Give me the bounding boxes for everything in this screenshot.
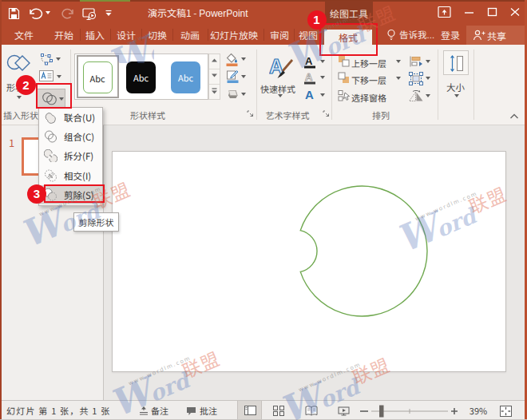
subtracted-circle-shape[interactable] <box>112 151 506 372</box>
close-button[interactable] <box>506 5 524 20</box>
comments-icon[interactable] <box>186 406 196 416</box>
intersect-icon <box>44 169 57 182</box>
share-button[interactable]: 共享 <box>466 26 525 45</box>
wordart-group-label: 艺术字样式 <box>266 109 310 121</box>
send-backward-label[interactable]: 下移一层 <box>351 73 386 86</box>
window-border-left <box>0 0 2 420</box>
arrange-group-label: 排列 <box>372 109 390 121</box>
slideshow-from-start-icon[interactable] <box>82 8 97 21</box>
shape-outline-icon[interactable] <box>226 69 239 83</box>
text-outline-icon[interactable]: A <box>303 71 318 85</box>
send-backward-icon[interactable] <box>338 72 350 84</box>
selection-pane-label[interactable]: 选择窗格 <box>351 91 386 104</box>
undo-dropdown-icon[interactable] <box>46 11 50 14</box>
size-icon <box>449 54 465 73</box>
slide-sorter-view-icon[interactable] <box>273 406 284 416</box>
bring-forward-icon[interactable] <box>338 55 350 67</box>
size-label[interactable]: 大小 <box>446 81 465 93</box>
selection-pane-icon[interactable] <box>338 89 351 102</box>
tab-insert[interactable]: 插入 <box>85 24 105 45</box>
zoom-slider-thumb[interactable] <box>379 406 384 418</box>
tab-transitions[interactable]: 切换 <box>148 24 167 45</box>
gallery-more-icon[interactable] <box>209 85 220 98</box>
share-label: 共享 <box>487 29 506 42</box>
ribbon-display-options-icon[interactable] <box>436 5 454 20</box>
window-top-border-green <box>80 0 130 2</box>
annotation-rect-step3 <box>44 184 105 204</box>
text-box-icon[interactable] <box>39 70 53 81</box>
wordart-quick-styles-icon[interactable]: A <box>269 54 294 80</box>
union-icon <box>44 111 57 124</box>
insert-shapes-group-label: 插入形状 <box>3 109 38 121</box>
normal-view-button[interactable] <box>237 401 262 420</box>
bring-forward-label[interactable]: 上移一层 <box>351 57 386 69</box>
annotation-rect-step1 <box>319 23 378 56</box>
menu-item-union[interactable]: 联合(U) <box>39 108 102 127</box>
rotate-icon[interactable] <box>408 90 424 102</box>
qat-customize-icon[interactable] <box>105 10 113 17</box>
edit-shape-icon[interactable] <box>39 53 54 65</box>
normal-view-icon <box>244 406 256 415</box>
tab-animations[interactable]: 动画 <box>180 24 200 45</box>
collapse-ribbon-icon[interactable] <box>509 112 520 120</box>
lightbulb-icon <box>386 29 397 41</box>
text-effects-icon[interactable]: A <box>303 88 318 102</box>
shape-styles-group-label: 形状样式 <box>130 109 165 121</box>
tooltip: 剪除形状 <box>73 212 119 232</box>
shape-styles-dialog-launcher-icon[interactable] <box>247 110 254 117</box>
annotation-badge-step2: 2 <box>16 75 36 95</box>
tell-me-box[interactable]: 告诉我... <box>399 24 434 45</box>
minimize-button[interactable] <box>461 5 478 20</box>
shape-effects-icon[interactable] <box>226 87 240 100</box>
contextual-tab-group-drawing-tools: 绘图工具 <box>325 1 373 24</box>
wordart-dialog-launcher-icon[interactable] <box>323 110 330 117</box>
svg-text:A: A <box>305 55 313 67</box>
title-bar: 演示文稿1 - PowerPoint 绘图工具 <box>0 0 527 24</box>
zoom-percentage[interactable]: 39% <box>467 401 489 420</box>
comments-button[interactable]: 批注 <box>200 401 217 420</box>
ribbon-tab-row: 文件 开始 插入 设计 切换 动画 幻灯片放映 审阅 视图 格式 告诉我... … <box>0 24 527 45</box>
maximize-button[interactable] <box>484 5 501 20</box>
powerpoint-window: 演示文稿1 - PowerPoint 绘图工具 文件 开始 插入 设计 切换 动… <box>0 0 527 420</box>
text-fill-icon[interactable]: A <box>303 55 318 69</box>
tab-slideshow[interactable]: 幻灯片放映 <box>210 24 258 45</box>
notes-icon[interactable] <box>139 406 149 415</box>
tab-design[interactable]: 设计 <box>117 24 136 45</box>
gallery-scroll-up-icon[interactable] <box>209 55 220 65</box>
window-title: 演示文稿1 - PowerPoint <box>148 0 248 24</box>
shapes-gallery-icon[interactable] <box>6 53 33 78</box>
slide-number: 1 <box>9 135 14 150</box>
gallery-scroll-down-icon[interactable] <box>209 70 220 81</box>
tab-file[interactable]: 文件 <box>14 24 34 45</box>
slideshow-view-icon[interactable] <box>338 406 350 416</box>
menu-item-intersect[interactable]: 相交(I) <box>39 166 102 185</box>
shape-style-preset-3[interactable]: Abc <box>171 61 200 93</box>
shape-style-preset-1[interactable]: Abc <box>83 61 113 93</box>
shape-style-preset-2[interactable]: Abc <box>126 61 156 93</box>
save-icon[interactable] <box>8 7 20 20</box>
tab-review[interactable]: 审阅 <box>270 24 289 45</box>
quick-styles-label[interactable]: 快速样式 <box>260 82 295 95</box>
menu-item-combine[interactable]: 组合(C) <box>39 127 102 146</box>
reading-view-icon[interactable] <box>305 406 318 416</box>
tab-home[interactable]: 开始 <box>54 24 73 45</box>
undo-icon[interactable] <box>28 8 44 19</box>
menu-item-fragment[interactable]: 拆分(F) <box>39 146 102 165</box>
zoom-slider[interactable] <box>359 405 458 418</box>
redo-icon <box>61 8 75 20</box>
slide-counter: 幻灯片 第 1 张，共 1 张 <box>6 401 111 420</box>
share-person-icon <box>471 29 485 42</box>
svg-text:A: A <box>305 88 314 101</box>
group-objects-icon[interactable] <box>409 72 423 85</box>
notes-button[interactable]: 备注 <box>151 401 168 420</box>
fit-slide-to-window-icon[interactable] <box>500 406 512 417</box>
shape-fill-icon[interactable] <box>225 53 239 66</box>
align-icon[interactable] <box>409 55 423 68</box>
window-top-border <box>0 0 527 2</box>
status-bar: 幻灯片 第 1 张，共 1 张 备注 批注 39% <box>0 400 527 420</box>
svg-text:A: A <box>305 71 313 83</box>
sign-in-link[interactable]: 登录 <box>441 24 460 45</box>
annotation-badge-step1: 1 <box>307 10 327 30</box>
annotation-badge-step3: 3 <box>27 184 46 204</box>
size-button[interactable] <box>443 50 469 75</box>
